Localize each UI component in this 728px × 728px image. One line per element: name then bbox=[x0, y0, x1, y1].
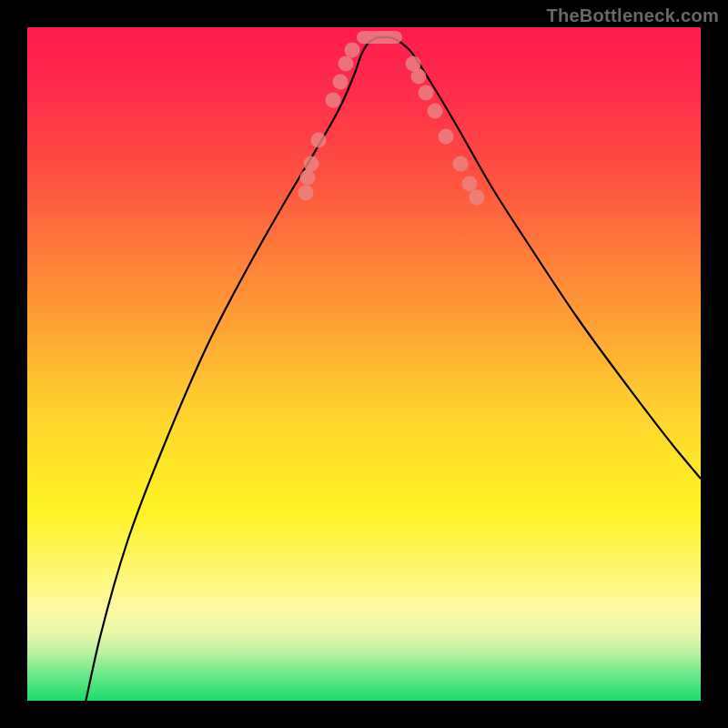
chart-frame: TheBottleneck.com bbox=[0, 0, 728, 728]
curve-marker bbox=[462, 177, 478, 192]
curve-marker bbox=[453, 157, 469, 172]
curve-marker bbox=[333, 75, 349, 90]
curve-plateau-highlight bbox=[357, 31, 402, 44]
curve-marker bbox=[345, 43, 360, 58]
curve-marker bbox=[411, 69, 427, 85]
curve-marker bbox=[326, 93, 341, 108]
curve-marker bbox=[419, 86, 434, 101]
curve-marker bbox=[339, 56, 354, 72]
bottleneck-curve bbox=[82, 37, 701, 701]
curve-marker bbox=[298, 186, 314, 201]
curve-marker bbox=[300, 170, 316, 186]
curve-marker bbox=[470, 190, 485, 206]
curve-marker bbox=[311, 133, 327, 148]
plot-area bbox=[27, 27, 701, 701]
curve-marker bbox=[439, 129, 454, 145]
curve-marker bbox=[428, 104, 443, 119]
curve-marker bbox=[304, 157, 319, 172]
watermark-text: TheBottleneck.com bbox=[546, 5, 719, 26]
curve-layer bbox=[27, 27, 701, 701]
